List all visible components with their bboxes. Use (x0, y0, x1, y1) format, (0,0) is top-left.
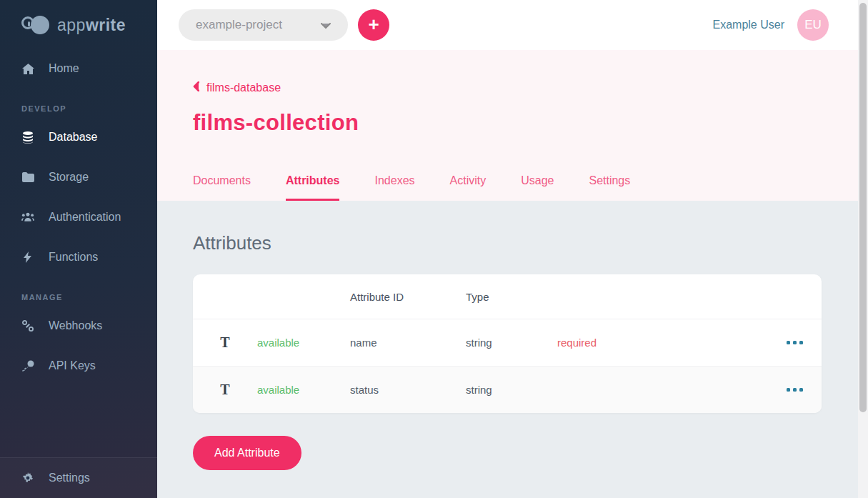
app-window: appwrite Home DEVELOP Database Stor (0, 0, 868, 498)
sidebar-item-label: Database (49, 131, 98, 144)
project-selector-value: example-project (196, 18, 282, 32)
sidebar-item-settings[interactable]: Settings (0, 457, 157, 498)
sidebar-item-functions[interactable]: Functions (0, 243, 157, 272)
sidebar-item-label: Settings (49, 472, 90, 484)
users-icon (21, 212, 34, 222)
sidebar-item-webhooks[interactable]: Webhooks (0, 312, 157, 340)
user-name-link[interactable]: Example User (713, 19, 784, 31)
tab-documents[interactable]: Documents (193, 174, 251, 201)
link-icon (21, 320, 34, 332)
folder-icon (21, 172, 34, 182)
column-header-type: Type (466, 291, 557, 303)
string-type-icon: T (220, 382, 229, 398)
sidebar-item-label: Authentication (49, 211, 121, 224)
tab-attributes[interactable]: Attributes (286, 174, 340, 201)
tab-indexes[interactable]: Indexes (374, 174, 414, 201)
type-cell: string (466, 337, 557, 349)
sidebar: appwrite Home DEVELOP Database Stor (0, 0, 157, 498)
lightning-icon (21, 252, 34, 263)
row-actions-menu-button[interactable] (772, 341, 822, 344)
sidebar-section-develop: DEVELOP (21, 104, 136, 113)
appwrite-logo-text: appwrite (57, 16, 126, 35)
page-scrollbar[interactable] (858, 0, 868, 498)
topbar: example-project + Example User EU (157, 0, 868, 50)
status-badge: available (257, 384, 350, 396)
avatar-initials: EU (804, 18, 822, 32)
required-flag: required (557, 337, 772, 349)
scrollbar-thumb[interactable] (859, 3, 867, 412)
plus-icon: + (368, 15, 379, 34)
content-area: Attributes Attribute ID Type T available… (157, 201, 868, 498)
table-row: T available status string (193, 366, 822, 413)
add-attribute-button[interactable]: Add Attribute (193, 436, 301, 470)
sidebar-item-label: API Keys (49, 359, 96, 372)
avatar[interactable]: EU (797, 9, 829, 41)
main-area: example-project + Example User EU fil (157, 0, 868, 498)
sidebar-item-api-keys[interactable]: API Keys (0, 352, 157, 380)
attributes-table: Attribute ID Type T available name strin… (193, 274, 822, 413)
gear-icon (21, 472, 34, 484)
breadcrumb-label: films-database (206, 81, 281, 94)
row-actions-menu-button[interactable] (772, 388, 822, 392)
table-row: T available name string required (193, 319, 822, 366)
section-heading: Attributes (193, 232, 868, 254)
sidebar-item-database[interactable]: Database (0, 123, 157, 151)
status-badge: available (257, 337, 350, 349)
sidebar-nav: Home DEVELOP Database Storage Authentic (0, 50, 157, 380)
page-title: films-collection (193, 110, 868, 136)
sidebar-item-label: Functions (49, 251, 98, 264)
sidebar-item-storage[interactable]: Storage (0, 163, 157, 191)
topbar-user-area: Example User EU (713, 9, 847, 41)
string-type-icon: T (220, 334, 229, 351)
sidebar-section-manage: MANAGE (21, 293, 136, 302)
column-header-attribute-id: Attribute ID (350, 291, 466, 303)
tab-usage[interactable]: Usage (521, 174, 554, 201)
table-header-row: Attribute ID Type (193, 274, 822, 319)
tab-activity[interactable]: Activity (450, 174, 487, 201)
sidebar-item-label: Home (49, 62, 79, 75)
home-icon (21, 64, 34, 74)
chevron-left-icon (193, 81, 199, 94)
appwrite-logo-icon (21, 16, 50, 34)
type-cell: string (466, 384, 557, 396)
sidebar-item-authentication[interactable]: Authentication (0, 203, 157, 231)
sidebar-item-label: Webhooks (49, 319, 102, 332)
appwrite-logo[interactable]: appwrite (0, 0, 157, 50)
tab-settings[interactable]: Settings (589, 174, 630, 201)
add-project-button[interactable]: + (358, 9, 389, 41)
breadcrumb[interactable]: films-database (193, 50, 281, 94)
tab-bar: Documents Attributes Indexes Activity Us… (193, 174, 630, 201)
chevron-down-icon (321, 18, 331, 32)
page-header: films-database films-collection Document… (157, 50, 868, 201)
sidebar-item-home[interactable]: Home (0, 54, 157, 83)
key-icon (21, 360, 34, 372)
database-icon (21, 131, 34, 144)
sidebar-item-label: Storage (49, 171, 89, 184)
attribute-id-cell: name (350, 337, 466, 349)
project-selector[interactable]: example-project (179, 9, 348, 41)
attribute-id-cell: status (350, 384, 466, 396)
